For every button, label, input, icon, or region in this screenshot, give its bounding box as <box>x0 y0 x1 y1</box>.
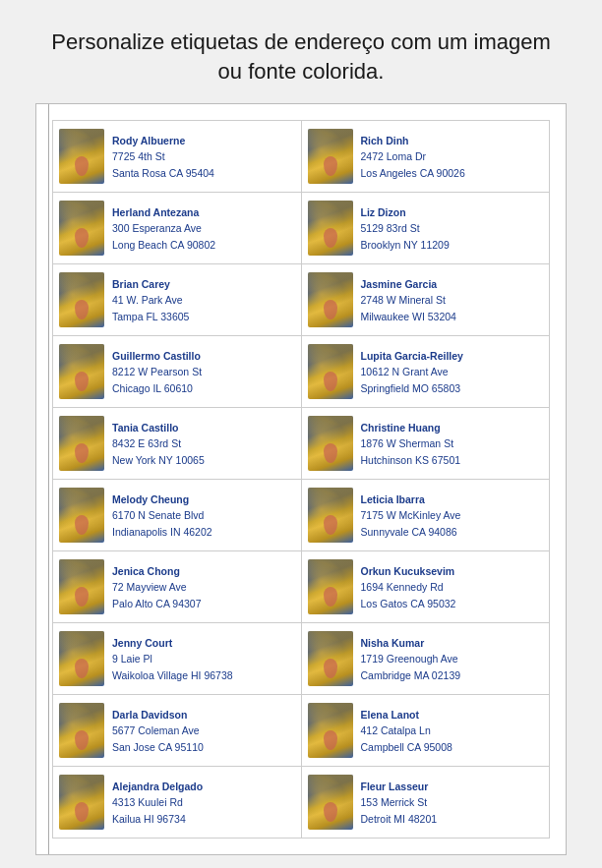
label-name: Jenica Chong <box>112 563 295 579</box>
label-address2: Los Gatos CA 95032 <box>361 596 544 611</box>
label-cell: Christine Huang1876 W Sherman StHutchins… <box>302 408 551 480</box>
label-address1: 5129 83rd St <box>361 220 544 236</box>
label-address2: Hutchinson KS 67501 <box>361 452 544 468</box>
label-text: Herland Antezana300 Esperanza AveLong Be… <box>112 204 295 253</box>
label-name: Rody Albuerne <box>112 133 295 148</box>
label-address2: Cambridge MA 02139 <box>361 667 544 683</box>
label-address1: 2748 W Mineral St <box>361 292 544 308</box>
label-text: Christine Huang1876 W Sherman StHutchins… <box>361 420 544 468</box>
label-image <box>59 488 104 543</box>
label-text: Lupita Garcia-Reilley10612 N Grant AveSp… <box>361 348 544 396</box>
label-name: Fleur Lasseur <box>361 779 544 794</box>
label-image <box>59 559 104 614</box>
label-address1: 9 Laie Pl <box>112 651 295 666</box>
label-name: Orkun Kucuksevim <box>361 563 544 579</box>
label-address1: 7175 W McKinley Ave <box>361 507 544 523</box>
label-text: Rich Dinh2472 Loma DrLos Angeles CA 9002… <box>361 133 544 181</box>
label-image <box>59 201 104 256</box>
label-name: Lupita Garcia-Reilley <box>361 348 544 364</box>
label-name: Darla Davidson <box>112 707 295 723</box>
label-image <box>59 129 104 184</box>
label-cell: Darla Davidson5677 Coleman AveSan Jose C… <box>53 695 302 767</box>
label-image <box>308 344 353 399</box>
label-cell: Jenica Chong72 Mayview AvePalo Alto CA 9… <box>53 551 302 623</box>
label-name: Brian Carey <box>112 276 295 292</box>
label-address2: Sunnyvale CA 94086 <box>361 524 544 540</box>
label-cell: Herland Antezana300 Esperanza AveLong Be… <box>53 193 302 264</box>
label-image <box>59 344 104 399</box>
label-text: Guillermo Castillo8212 W Pearson StChica… <box>112 348 295 396</box>
label-address2: Santa Rosa CA 95404 <box>112 165 295 181</box>
label-address1: 153 Merrick St <box>361 794 544 810</box>
label-address1: 72 Mayview Ave <box>112 579 295 595</box>
label-name: Alejandra Delgado <box>112 779 295 794</box>
label-cell: Melody Cheung6170 N Senate BlvdIndianapo… <box>53 480 302 551</box>
label-text: Brian Carey41 W. Park AveTampa FL 33605 <box>112 276 295 324</box>
label-address2: Brooklyn NY 11209 <box>361 237 544 253</box>
labels-grid: Rody Albuerne7725 4th StSanta Rosa CA 95… <box>52 120 550 839</box>
label-text: Orkun Kucuksevim1694 Kennedy RdLos Gatos… <box>361 563 544 611</box>
label-name: Elena Lanot <box>361 707 544 723</box>
label-text: Alejandra Delgado4313 Kuulei RdKailua HI… <box>112 779 295 827</box>
label-address1: 7725 4th St <box>112 148 295 164</box>
label-image <box>308 631 353 686</box>
label-name: Jenny Court <box>112 635 295 651</box>
label-text: Jenica Chong72 Mayview AvePalo Alto CA 9… <box>112 563 295 611</box>
label-name: Liz Dizon <box>361 204 544 220</box>
label-text: Jenny Court9 Laie PlWaikoloa Village HI … <box>112 635 295 683</box>
label-text: Nisha Kumar1719 Greenough AveCambridge M… <box>361 635 544 683</box>
label-image <box>59 703 104 758</box>
label-image <box>59 631 104 686</box>
label-cell: Alejandra Delgado4313 Kuulei RdKailua HI… <box>53 767 302 839</box>
label-address2: San Jose CA 95110 <box>112 739 295 755</box>
label-cell: Rody Albuerne7725 4th StSanta Rosa CA 95… <box>53 121 302 193</box>
page-title: Personalize etiquetas de endereço com um… <box>0 0 602 103</box>
label-address2: Chicago IL 60610 <box>112 380 295 396</box>
label-address2: Milwaukee WI 53204 <box>361 309 544 324</box>
label-address2: Indianapolis IN 46202 <box>112 524 295 540</box>
label-image <box>308 559 353 614</box>
label-cell: Jasmine Garcia2748 W Mineral StMilwaukee… <box>302 264 551 336</box>
label-text: Rody Albuerne7725 4th StSanta Rosa CA 95… <box>112 133 295 181</box>
label-address2: Waikoloa Village HI 96738 <box>112 667 295 683</box>
label-text: Elena Lanot412 Catalpa LnCampbell CA 950… <box>361 707 544 755</box>
label-name: Guillermo Castillo <box>112 348 295 364</box>
label-cell: Elena Lanot412 Catalpa LnCampbell CA 950… <box>302 695 551 767</box>
label-address1: 10612 N Grant Ave <box>361 364 544 379</box>
label-image <box>59 775 104 830</box>
label-cell: Nisha Kumar1719 Greenough AveCambridge M… <box>302 623 551 695</box>
label-image <box>308 129 353 184</box>
label-image <box>308 488 353 543</box>
label-cell: Tania Castillo8432 E 63rd StNew York NY … <box>53 408 302 480</box>
label-image <box>308 416 353 471</box>
label-address1: 6170 N Senate Blvd <box>112 507 295 523</box>
label-address1: 1876 W Sherman St <box>361 435 544 451</box>
label-name: Jasmine Garcia <box>361 276 544 292</box>
label-address1: 8212 W Pearson St <box>112 364 295 379</box>
label-address2: Los Angeles CA 90026 <box>361 165 544 181</box>
label-address1: 300 Esperanza Ave <box>112 220 295 236</box>
label-cell: Leticia Ibarra7175 W McKinley AveSunnyva… <box>302 480 551 551</box>
label-cell: Fleur Lasseur153 Merrick StDetroit MI 48… <box>302 767 551 839</box>
label-image <box>308 775 353 830</box>
label-address1: 4313 Kuulei Rd <box>112 794 295 810</box>
label-address2: Springfield MO 65803 <box>361 380 544 396</box>
label-text: Jasmine Garcia2748 W Mineral StMilwaukee… <box>361 276 544 324</box>
label-address1: 41 W. Park Ave <box>112 292 295 308</box>
label-cell: Jenny Court9 Laie PlWaikoloa Village HI … <box>53 623 302 695</box>
label-address2: Campbell CA 95008 <box>361 739 544 755</box>
label-image <box>308 201 353 256</box>
label-text: Leticia Ibarra7175 W McKinley AveSunnyva… <box>361 492 544 540</box>
label-address2: Palo Alto CA 94307 <box>112 596 295 611</box>
label-name: Christine Huang <box>361 420 544 435</box>
label-image <box>59 416 104 471</box>
document-area: Rody Albuerne7725 4th StSanta Rosa CA 95… <box>35 103 567 855</box>
label-address2: Tampa FL 33605 <box>112 309 295 324</box>
label-text: Fleur Lasseur153 Merrick StDetroit MI 48… <box>361 779 544 827</box>
label-address2: New York NY 10065 <box>112 452 295 468</box>
label-address2: Detroit MI 48201 <box>361 811 544 827</box>
label-name: Melody Cheung <box>112 492 295 507</box>
label-name: Rich Dinh <box>361 133 544 148</box>
guide-line <box>48 104 49 854</box>
label-cell: Brian Carey41 W. Park AveTampa FL 33605 <box>53 264 302 336</box>
